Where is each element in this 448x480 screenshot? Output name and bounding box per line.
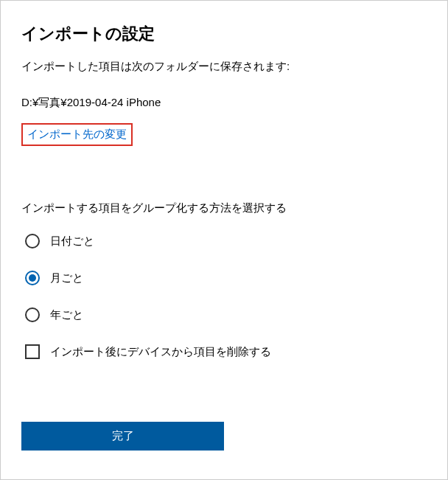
radio-circle-icon bbox=[25, 307, 40, 322]
import-settings-panel: インポートの設定 インポートした項目は次のフォルダーに保存されます: D:¥写真… bbox=[1, 1, 447, 473]
radio-by-month[interactable]: 月ごと bbox=[25, 271, 427, 285]
radio-by-year[interactable]: 年ごと bbox=[25, 307, 427, 322]
radio-label-month: 月ごと bbox=[50, 271, 83, 285]
checkbox-box-icon bbox=[25, 344, 40, 359]
page-title: インポートの設定 bbox=[21, 23, 427, 45]
change-destination-highlight: インポート先の変更 bbox=[21, 123, 133, 146]
radio-circle-icon bbox=[25, 234, 40, 248]
delete-after-import-checkbox[interactable]: インポート後にデバイスから項目を削除する bbox=[25, 344, 427, 359]
radio-label-year: 年ごと bbox=[50, 308, 83, 322]
grouping-section-label: インポートする項目をグループ化する方法を選択する bbox=[21, 201, 427, 215]
radio-by-date[interactable]: 日付ごと bbox=[25, 234, 427, 248]
radio-label-date: 日付ごと bbox=[50, 234, 94, 248]
change-destination-link[interactable]: インポート先の変更 bbox=[27, 128, 127, 140]
radio-dot-icon bbox=[29, 274, 36, 282]
import-path: D:¥写真¥2019-04-24 iPhone bbox=[21, 96, 427, 110]
subtitle-text: インポートした項目は次のフォルダーに保存されます: bbox=[21, 60, 427, 74]
grouping-radio-group: 日付ごと 月ごと 年ごと bbox=[25, 234, 427, 322]
radio-circle-selected-icon bbox=[25, 271, 40, 285]
done-button[interactable]: 完了 bbox=[21, 422, 224, 451]
checkbox-label-delete: インポート後にデバイスから項目を削除する bbox=[50, 345, 271, 359]
